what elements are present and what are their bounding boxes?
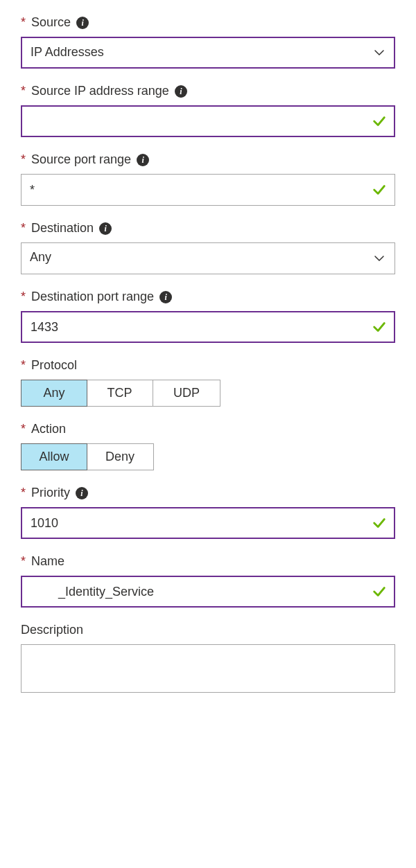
name-wrapper [21, 576, 395, 608]
source-port-range-input[interactable] [21, 174, 395, 206]
action-option-deny[interactable]: Deny [87, 444, 153, 470]
source-port-range-wrapper [21, 174, 395, 206]
field-source: * Source i IP Addresses [21, 15, 395, 69]
required-indicator: * [21, 152, 26, 167]
action-option-allow[interactable]: Allow [21, 443, 87, 470]
protocol-option-udp[interactable]: UDP [153, 380, 220, 406]
label-row: * Destination port range i [21, 290, 395, 304]
source-select-wrapper: IP Addresses [21, 37, 395, 69]
field-source-ip-range: * Source IP address range i [21, 84, 395, 137]
info-icon[interactable]: i [76, 17, 89, 29]
label-action: Action [31, 422, 66, 436]
required-indicator: * [21, 290, 26, 304]
label-source-port-range: Source port range [31, 152, 131, 167]
label-priority: Priority [31, 486, 70, 500]
destination-select-value: Any [30, 250, 51, 264]
priority-wrapper [21, 507, 395, 539]
required-indicator: * [21, 554, 26, 569]
description-wrapper [21, 644, 395, 696]
protocol-option-any[interactable]: Any [21, 380, 87, 407]
label-row: * Name [21, 554, 395, 569]
label-destination-port-range: Destination port range [31, 290, 154, 304]
info-icon[interactable]: i [175, 85, 187, 98]
destination-port-range-input[interactable] [21, 311, 395, 343]
field-destination-port-range: * Destination port range i [21, 290, 395, 343]
field-protocol: * Protocol Any TCP UDP [21, 358, 395, 407]
label-destination: Destination [31, 221, 94, 236]
label-row: * Source port range i [21, 152, 395, 167]
info-icon[interactable]: i [76, 487, 88, 499]
destination-select-wrapper: Any [21, 242, 395, 274]
field-priority: * Priority i [21, 486, 395, 539]
action-segmented: Allow Deny [21, 443, 154, 470]
source-select-value: IP Addresses [31, 45, 104, 59]
label-row: * Action [21, 422, 395, 436]
label-source: Source [31, 15, 71, 30]
source-select[interactable]: IP Addresses [21, 37, 395, 69]
label-row: * Protocol [21, 358, 395, 373]
required-indicator: * [21, 422, 26, 436]
label-row: * Priority i [21, 486, 395, 500]
field-action: * Action Allow Deny [21, 422, 395, 470]
required-indicator: * [21, 84, 26, 98]
label-protocol: Protocol [31, 358, 77, 373]
required-indicator: * [21, 486, 26, 500]
field-description: Description [21, 623, 395, 696]
source-ip-range-wrapper [21, 105, 395, 137]
source-ip-range-input[interactable] [21, 105, 395, 137]
protocol-option-tcp[interactable]: TCP [87, 380, 153, 406]
label-row: * Source i [21, 15, 395, 30]
field-source-port-range: * Source port range i [21, 152, 395, 206]
label-row: Description [21, 623, 395, 637]
info-icon[interactable]: i [159, 291, 172, 303]
field-destination: * Destination i Any [21, 221, 395, 274]
label-name: Name [31, 554, 64, 569]
info-icon[interactable]: i [99, 222, 112, 235]
destination-port-range-wrapper [21, 311, 395, 343]
info-icon[interactable]: i [137, 154, 149, 166]
required-indicator: * [21, 15, 26, 30]
description-input[interactable] [21, 644, 395, 693]
priority-input[interactable] [21, 507, 395, 539]
label-row: * Destination i [21, 221, 395, 236]
protocol-segmented: Any TCP UDP [21, 380, 220, 407]
required-indicator: * [21, 358, 26, 373]
label-row: * Source IP address range i [21, 84, 395, 98]
destination-select[interactable]: Any [21, 242, 395, 274]
label-source-ip-range: Source IP address range [31, 84, 169, 98]
field-name: * Name [21, 554, 395, 608]
label-description: Description [21, 623, 83, 637]
name-input[interactable] [21, 576, 395, 608]
required-indicator: * [21, 221, 26, 236]
